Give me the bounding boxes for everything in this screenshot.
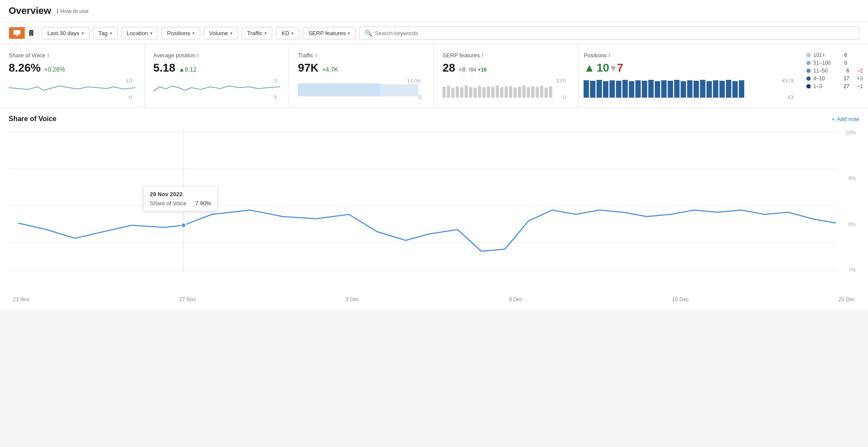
svg-rect-43 <box>597 80 602 98</box>
svg-rect-60 <box>706 81 712 98</box>
positions-value: ▲ 10 ▾ 7 <box>584 61 799 75</box>
legend-dot-51 <box>806 61 811 65</box>
svg-rect-1 <box>16 35 18 36</box>
chevron-down-icon: ▾ <box>192 31 195 36</box>
keyword-search-box[interactable]: 🔍 <box>359 26 859 39</box>
svg-point-72 <box>181 223 186 227</box>
legend-label-1: 1–3 <box>813 83 838 89</box>
chevron-down-icon: ▾ <box>150 31 152 36</box>
metrics-row: Share of Voice ℹ 8.26% +0.28% 10 6 Avera… <box>0 44 868 108</box>
desktop-view-button[interactable] <box>9 27 25 39</box>
sov-main-chart: 10% 9% 8% 7% 29 Nov 2022 Share of Voice … <box>9 130 859 295</box>
legend-label-4: 4–10 <box>813 76 838 82</box>
kd-filter[interactable]: KD ▾ <box>276 27 299 39</box>
traffic-filter[interactable]: Traffic ▾ <box>241 27 272 39</box>
svg-rect-16 <box>452 88 455 98</box>
chevron-down-icon: ▾ <box>348 31 350 36</box>
serp-features-label: SERP features <box>308 30 346 36</box>
svg-rect-47 <box>623 80 628 98</box>
chevron-down-icon: ▾ <box>291 31 294 36</box>
location-label: Location <box>127 30 148 36</box>
page-header: Overview ℹ How to use <box>0 0 868 22</box>
traffic-info-icon[interactable]: ℹ <box>315 53 317 58</box>
positions-card: Positions ℹ ▲ 10 ▾ 7 63 0 <box>578 44 868 108</box>
sov-chart: 10 6 <box>9 78 135 100</box>
svg-text:0: 0 <box>563 95 566 100</box>
svg-rect-27 <box>500 87 503 98</box>
serp-features-filter[interactable]: SERP features ▾ <box>303 27 356 39</box>
svg-rect-17 <box>456 86 459 98</box>
plus-icon: + <box>832 116 835 122</box>
svg-rect-30 <box>514 88 517 98</box>
traffic-chart: 110K 0 <box>298 78 425 100</box>
legend-val-1: 27 <box>841 83 849 89</box>
traffic-label: Traffic ℹ <box>298 52 425 59</box>
svg-text:63: 63 <box>782 79 794 83</box>
svg-rect-51 <box>648 80 653 98</box>
svg-rect-11 <box>380 84 419 96</box>
legend-delta-11: –2 <box>852 68 863 74</box>
svg-rect-63 <box>726 80 731 98</box>
serp-features-card: SERP features ℹ 28 +8 /94 +16 135 0 <box>434 44 578 108</box>
volume-filter[interactable]: Volume ▾ <box>204 27 238 39</box>
legend-val-4: 17 <box>841 76 849 82</box>
legend-row-101: 101+ 6 <box>806 52 863 58</box>
traffic-delta: +4.7K <box>322 66 338 73</box>
legend-val-51: 0 <box>838 60 847 66</box>
search-input[interactable] <box>375 30 854 36</box>
svg-rect-59 <box>700 80 706 98</box>
legend-val-101: 6 <box>838 52 847 58</box>
y-label-9: 9% <box>845 175 856 181</box>
mobile-view-button[interactable] <box>25 27 38 39</box>
add-note-label: Add note <box>837 116 859 122</box>
legend-val-11: 6 <box>841 68 849 74</box>
search-icon: 🔍 <box>365 30 372 36</box>
svg-rect-38 <box>549 86 552 98</box>
svg-rect-26 <box>496 85 499 98</box>
avg-position-card: Average position ℹ 5.18 ▲0.12 3 9 <box>145 44 289 108</box>
legend-delta-4: +3 <box>852 76 863 82</box>
svg-rect-14 <box>442 87 446 98</box>
x-label-15dec: 15 Dec <box>672 296 689 302</box>
svg-rect-49 <box>636 80 641 98</box>
tag-filter[interactable]: Tag ▾ <box>93 27 118 39</box>
y-label-8: 8% <box>845 221 856 227</box>
avg-pos-info-icon[interactable]: ℹ <box>197 53 199 58</box>
location-filter[interactable]: Location ▾ <box>121 27 158 39</box>
svg-text:6: 6 <box>129 95 132 100</box>
how-to-use-link[interactable]: ℹ How to use <box>56 8 89 14</box>
positions-bar-chart: 63 0 <box>584 78 799 100</box>
traffic-value: 97K +4.7K <box>298 61 425 75</box>
svg-rect-42 <box>590 81 595 98</box>
legend-dot-1 <box>806 84 811 89</box>
svg-rect-64 <box>733 81 738 98</box>
svg-rect-44 <box>603 81 608 98</box>
positions-filter[interactable]: Positions ▾ <box>162 27 200 39</box>
svg-text:110K: 110K <box>407 79 422 83</box>
svg-rect-54 <box>668 81 673 98</box>
svg-rect-19 <box>465 85 468 98</box>
chart-title: Share of Voice <box>9 115 56 123</box>
add-note-button[interactable]: + Add note <box>832 116 859 122</box>
how-to-use-label: How to use <box>60 8 89 14</box>
svg-rect-33 <box>527 87 530 98</box>
svg-rect-57 <box>687 80 693 98</box>
serp-sub: /94 +16 <box>469 67 486 73</box>
date-range-label: Last 30 days <box>47 30 79 36</box>
svg-rect-22 <box>478 86 481 98</box>
positions-info-icon[interactable]: ℹ <box>608 53 610 58</box>
date-range-filter[interactable]: Last 30 days ▾ <box>42 27 89 39</box>
svg-rect-52 <box>655 81 660 98</box>
toolbar: Last 30 days ▾ Tag ▾ Location ▾ Position… <box>0 22 868 44</box>
x-label-3dec: 3 Dec <box>346 296 359 302</box>
legend-dot-101 <box>806 53 811 57</box>
legend-dot-11 <box>806 69 811 73</box>
svg-rect-21 <box>474 88 477 98</box>
serp-info-icon[interactable]: ℹ <box>482 53 483 58</box>
tag-label: Tag <box>99 30 108 36</box>
sov-info-icon[interactable]: ℹ <box>47 53 49 58</box>
svg-rect-50 <box>642 81 647 98</box>
x-label-21nov: 21 Nov <box>13 296 30 302</box>
sov-delta: +0.28% <box>44 66 65 73</box>
x-label-9dec: 9 Dec <box>509 296 522 302</box>
